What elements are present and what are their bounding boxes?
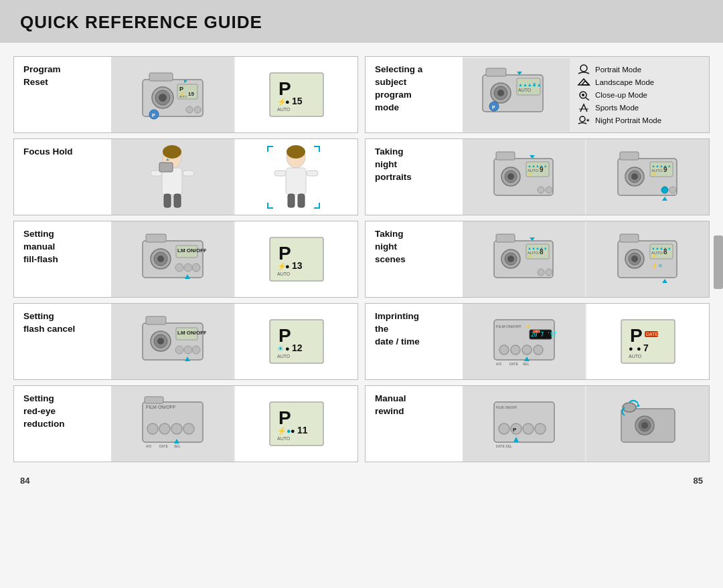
svg-point-61: [175, 346, 183, 354]
section-images-night-portraits: ▲▲▲▲▲ AUTO 9 ⚡: [463, 139, 709, 215]
manual-rewind-img2: [586, 386, 709, 462]
lcd-display-pr: P ⚡ ● 15 AUTO: [266, 70, 327, 120]
svg-text:SEL: SEL: [523, 362, 530, 366]
section-label-red-eye: Settingred-eyereduction: [14, 386, 111, 462]
camera-re1: FILM ON/OFF A/S DATE: [139, 395, 206, 452]
page-number-left: 84: [20, 476, 29, 486]
svg-point-46: [192, 264, 200, 272]
svg-text:A/S: A/S: [146, 444, 152, 448]
legend-nightportrait-label: Night Portrait Mode: [595, 116, 661, 124]
section-focus-hold: Focus Hold: [13, 138, 358, 215]
section-fill-flash: Settingmanualfill-flash L: [13, 221, 358, 298]
svg-rect-35: [288, 194, 295, 207]
section-program-reset: ProgramReset: [13, 56, 358, 133]
svg-point-119: [538, 187, 544, 193]
svg-point-13: [194, 106, 201, 113]
svg-point-31: [287, 145, 305, 159]
section-night-scenes: Takingnightscenes ▲▲▲▲▲: [365, 221, 710, 298]
svg-text:⚡: ⚡: [528, 254, 532, 259]
svg-text:AUTO: AUTO: [518, 88, 532, 92]
svg-rect-36: [298, 194, 305, 207]
svg-point-166: [499, 345, 509, 355]
svg-point-120: [546, 187, 552, 193]
section-red-eye: Settingred-eyereduction FILM ON/OFF: [13, 385, 358, 462]
section-images-flash-cancel: LM ON/OFF P: [111, 304, 357, 379]
svg-text:LM ON/OFF: LM ON/OFF: [177, 330, 206, 336]
night-portraits-img1: ▲▲▲▲▲ AUTO 9 ⚡: [463, 139, 585, 215]
svg-text:P: P: [630, 325, 643, 346]
svg-rect-135: [496, 234, 515, 242]
svg-rect-38: [146, 234, 166, 242]
svg-marker-133: [662, 197, 667, 201]
lcd-fc: P ☀ ● 12 AUTO: [266, 316, 327, 367]
legend-portrait-label: Portrait Mode: [595, 66, 641, 74]
svg-rect-72: [145, 397, 163, 403]
svg-text:P: P: [179, 86, 183, 92]
camera-mr1: FILM ON/OFF P DATE SEL: [491, 395, 558, 452]
svg-text:FILM ON/OFF: FILM ON/OFF: [146, 405, 175, 409]
svg-text:8: 8: [540, 248, 544, 256]
svg-point-104: [582, 94, 584, 96]
svg-point-41: [157, 256, 164, 262]
section-label-program-reset: ProgramReset: [14, 57, 111, 132]
svg-point-75: [159, 423, 170, 434]
svg-point-106: [580, 116, 585, 122]
svg-text:DATE: DATE: [646, 332, 658, 336]
section-selecting-subject: Selecting asubjectprogrammode: [365, 56, 710, 133]
svg-text:9: 9: [663, 166, 667, 173]
svg-text:AUTO: AUTO: [277, 354, 291, 359]
svg-text:P: P: [278, 243, 291, 264]
lcd-re: P ⚡● ● 11 AUTO: [266, 399, 327, 449]
camera-mr2: [615, 395, 681, 452]
legend-landscape: Landscape Mode: [576, 77, 704, 88]
svg-point-58: [157, 338, 164, 345]
scrollbar[interactable]: [714, 235, 723, 289]
svg-text:DATE: DATE: [159, 444, 169, 448]
svg-text:⚡: ⚡: [651, 254, 657, 259]
section-images-red-eye: FILM ON/OFF A/S DATE: [111, 386, 357, 462]
camera-ns1: ▲▲▲▲▲ AUTO 8 ⚡: [491, 231, 558, 288]
svg-text:13: 13: [292, 260, 303, 271]
fill-flash-img1: LM ON/OFF: [111, 221, 234, 297]
legend-landscape-label: Landscape Mode: [595, 78, 654, 86]
svg-text:●: ●: [285, 345, 290, 353]
section-label-night-scenes: Takingnightscenes: [366, 221, 463, 297]
focus-hold-img2: [235, 139, 357, 215]
camera-np1: ▲▲▲▲▲ AUTO 9 ⚡: [491, 149, 558, 205]
section-date-time: Imprintingthedate / time FILM ON/OFF ⚡ 2…: [365, 303, 710, 380]
section-images-selecting: ▲▲▲▲▲ P AUTO P: [463, 57, 709, 132]
svg-text:P: P: [152, 113, 155, 118]
svg-text:●: ●: [637, 345, 641, 353]
camera-ff1: LM ON/OFF: [139, 231, 206, 288]
svg-point-22: [163, 145, 181, 159]
svg-text:15: 15: [188, 91, 194, 97]
nightportrait-icon: ★: [576, 115, 591, 126]
svg-text:8: 8: [663, 248, 667, 256]
svg-point-131: [661, 187, 668, 193]
section-manual-rewind: Manualrewind FILM ON/OFF: [365, 385, 710, 462]
svg-text:AUTO: AUTO: [277, 436, 291, 441]
svg-rect-55: [146, 316, 166, 324]
page-numbers: 84 85: [0, 472, 723, 490]
flash-cancel-img1: LM ON/OFF: [111, 304, 234, 379]
svg-rect-122: [620, 152, 639, 160]
svg-point-12: [186, 106, 193, 113]
landscape-icon: [576, 77, 591, 88]
legend-sports: Sports Mode: [576, 102, 704, 113]
guide-header: QUICK REFERENCE GUIDE: [0, 0, 723, 43]
svg-point-112: [507, 173, 514, 180]
svg-text:●: ●: [285, 98, 290, 106]
svg-text:●: ●: [291, 427, 295, 435]
svg-text:AUTO: AUTO: [179, 95, 187, 98]
svg-point-167: [511, 345, 520, 355]
section-images-fill-flash: LM ON/OFF: [111, 221, 357, 297]
section-night-portraits: Takingnightportraits ▲▲▲▲: [365, 138, 710, 215]
svg-point-62: [184, 346, 192, 354]
svg-point-187: [535, 423, 546, 434]
svg-text:11: 11: [297, 425, 308, 435]
section-flash-cancel: Settingflash cancel LM ON: [13, 303, 358, 380]
svg-rect-27: [174, 194, 181, 207]
section-images-focus-hold: [111, 139, 357, 215]
svg-rect-25: [183, 171, 194, 176]
date-time-img1: FILM ON/OFF ⚡ 20 7 '97 DATE: [463, 304, 585, 379]
